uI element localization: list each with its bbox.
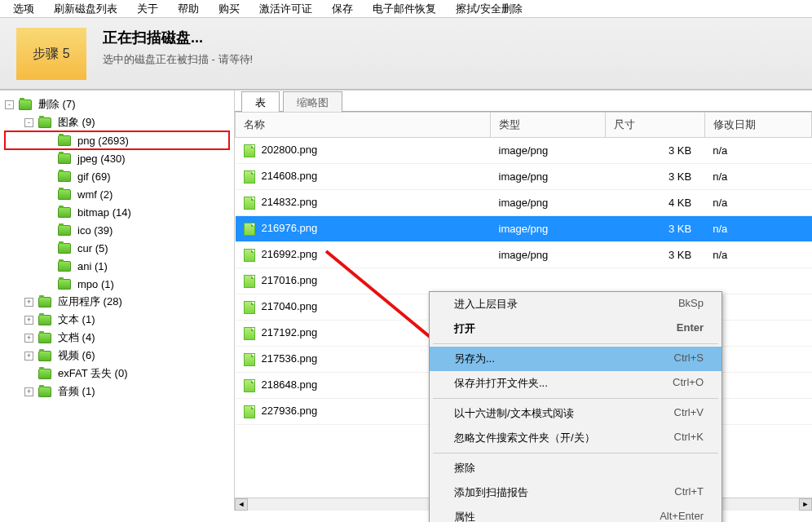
file-date: n/a: [704, 138, 811, 164]
file-size: 3 KB: [606, 216, 704, 242]
tree-item[interactable]: +应用程序 (28): [5, 293, 229, 311]
menu-item[interactable]: 选项: [3, 0, 44, 18]
tree-item[interactable]: mpo (1): [5, 275, 229, 293]
tree-item[interactable]: -图象 (9): [5, 113, 229, 131]
tree-item[interactable]: +视频 (6): [5, 347, 229, 365]
file-type: image/png: [491, 242, 606, 268]
file-name: 227936.png: [262, 405, 318, 417]
tree-item[interactable]: -删除 (7): [5, 95, 229, 113]
menu-label: 忽略文件搜索文件夹（开/关）: [454, 431, 595, 445]
file-date: n/a: [704, 216, 811, 242]
scroll-left-button[interactable]: ◄: [235, 498, 248, 511]
file-type: [491, 268, 606, 294]
column-header[interactable]: 名称: [236, 113, 491, 138]
file-icon: [244, 353, 255, 366]
tree-leaf: [44, 172, 53, 181]
tree-leaf: [44, 280, 53, 289]
tree-item-label: 视频 (6): [56, 347, 97, 364]
tree-item-label: 图象 (9): [56, 114, 97, 130]
table-row[interactable]: 216992.pngimage/png3 KBn/a: [236, 242, 812, 268]
column-header[interactable]: 修改日期: [704, 113, 811, 138]
folder-icon: [38, 333, 51, 343]
table-row[interactable]: 216976.pngimage/png3 KBn/a: [236, 216, 812, 242]
tree-item[interactable]: jpeg (430): [5, 149, 229, 167]
file-icon: [244, 301, 255, 314]
folder-icon: [58, 189, 71, 200]
menu-item[interactable]: 帮助: [168, 0, 209, 18]
tree-item-label: 文档 (4): [56, 330, 97, 346]
folder-tree[interactable]: -删除 (7)-图象 (9)png (2693)jpeg (430)gif (6…: [0, 92, 234, 404]
file-icon: [244, 144, 255, 157]
expand-icon[interactable]: +: [24, 352, 33, 361]
context-menu-item[interactable]: 以十六进制/文本模式阅读Ctrl+V: [430, 401, 722, 426]
collapse-icon[interactable]: -: [5, 100, 14, 109]
file-name: 214608.png: [262, 170, 318, 182]
tree-item[interactable]: cur (5): [5, 239, 229, 257]
tree-item[interactable]: +音频 (1): [5, 383, 229, 400]
tree-item[interactable]: +文档 (4): [5, 329, 229, 347]
column-header[interactable]: 类型: [491, 113, 606, 138]
menu-label: 以十六进制/文本模式阅读: [454, 406, 574, 421]
file-date: [704, 268, 811, 294]
menu-shortcut: Enter: [677, 321, 704, 336]
file-date: n/a: [704, 190, 811, 216]
menu-separator: [433, 398, 718, 399]
tree-item[interactable]: bitmap (14): [5, 203, 229, 221]
tree-item-label: 文本 (1): [56, 312, 97, 328]
context-menu-item[interactable]: 擦除: [430, 456, 722, 480]
expand-icon[interactable]: +: [24, 334, 33, 343]
tree-leaf: [24, 369, 33, 378]
tree-item-label: bitmap (14): [76, 206, 133, 219]
table-row[interactable]: 214832.pngimage/png4 KBn/a: [236, 190, 812, 216]
context-menu-item[interactable]: 另存为...Ctrl+S: [430, 347, 722, 371]
menu-item[interactable]: 电子邮件恢复: [363, 0, 446, 18]
tree-item-label: ico (39): [76, 223, 114, 237]
menu-item[interactable]: 刷新磁盘列表: [44, 0, 127, 18]
context-menu-item[interactable]: 忽略文件搜索文件夹（开/关）Ctrl+K: [430, 426, 722, 450]
tree-item-label: 音频 (1): [56, 383, 97, 400]
menu-item[interactable]: 保存: [322, 0, 363, 18]
context-menu-item[interactable]: 保存并打开文件夹...Ctrl+O: [430, 371, 722, 396]
context-menu[interactable]: 进入上层目录BkSp打开Enter另存为...Ctrl+S保存并打开文件夹...…: [429, 291, 722, 522]
tree-item[interactable]: ico (39): [5, 221, 229, 239]
folder-tree-panel: -删除 (7)-图象 (9)png (2693)jpeg (430)gif (6…: [0, 91, 235, 511]
table-row[interactable]: 202800.pngimage/png3 KBn/a: [236, 138, 812, 164]
file-size: [606, 268, 704, 294]
scroll-right-button[interactable]: ►: [799, 498, 812, 511]
tree-item-label: jpeg (430): [76, 152, 127, 166]
menu-item[interactable]: 激活许可证: [249, 0, 322, 18]
tree-item[interactable]: gif (69): [5, 167, 229, 185]
expand-icon[interactable]: +: [24, 387, 33, 396]
tree-item-label: exFAT 丢失 (0): [56, 365, 129, 382]
context-menu-item[interactable]: 属性Alt+Enter: [430, 505, 722, 522]
collapse-icon[interactable]: -: [24, 118, 33, 127]
menu-item[interactable]: 购买: [209, 0, 249, 18]
expand-icon[interactable]: +: [24, 298, 33, 307]
tree-item[interactable]: ani (1): [5, 257, 229, 275]
table-row[interactable]: 217016.png: [236, 268, 812, 294]
file-icon: [244, 249, 255, 262]
file-name: 216976.png: [262, 222, 318, 234]
file-size: 3 KB: [606, 164, 704, 190]
file-name: 217536.png: [262, 352, 318, 365]
expand-icon[interactable]: +: [24, 316, 33, 325]
context-menu-item[interactable]: 打开Enter: [430, 316, 722, 341]
column-header[interactable]: 尺寸: [606, 113, 704, 138]
context-menu-item[interactable]: 添加到扫描报告Ctrl+T: [430, 480, 722, 505]
tree-item-label: wmf (2): [76, 188, 114, 201]
tab-table[interactable]: 表: [241, 91, 280, 112]
tab-thumbnails[interactable]: 缩略图: [283, 91, 342, 112]
tree-item[interactable]: png (2693): [5, 131, 229, 149]
file-type: image/png: [491, 164, 606, 190]
menu-item[interactable]: 关于: [127, 0, 168, 18]
menu-shortcut: Ctrl+K: [674, 431, 704, 445]
tree-item[interactable]: exFAT 丢失 (0): [5, 365, 229, 383]
menu-item[interactable]: 擦拭/安全删除: [446, 0, 532, 18]
menu-shortcut: BkSp: [678, 297, 704, 312]
tree-item[interactable]: +文本 (1): [5, 311, 229, 329]
tree-item[interactable]: wmf (2): [5, 185, 229, 203]
context-menu-item[interactable]: 进入上层目录BkSp: [430, 292, 722, 316]
file-name: 202800.png: [262, 144, 318, 156]
table-row[interactable]: 214608.pngimage/png3 KBn/a: [236, 164, 812, 190]
tree-leaf: [44, 244, 53, 253]
